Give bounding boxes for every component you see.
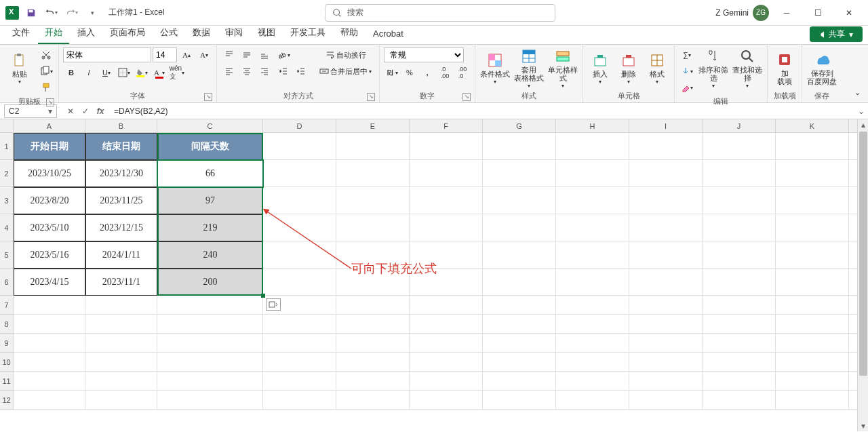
tab-view[interactable]: 视图 — [251, 24, 282, 44]
close-button[interactable]: ✕ — [835, 2, 863, 24]
cell[interactable] — [336, 372, 410, 391]
row-header[interactable]: 10 — [0, 353, 14, 372]
cell[interactable] — [263, 187, 336, 214]
cell[interactable] — [629, 315, 703, 334]
cell[interactable] — [410, 353, 483, 372]
underline-icon[interactable]: U▾ — [98, 65, 115, 80]
insert-cells-button[interactable]: 插入▾ — [587, 47, 613, 90]
cell[interactable] — [14, 296, 85, 315]
insert-function-icon[interactable]: fx — [94, 104, 107, 118]
align-dialog-icon[interactable]: ↘ — [367, 93, 375, 101]
cell[interactable] — [14, 391, 85, 410]
cell[interactable] — [703, 160, 776, 187]
cell[interactable]: 2023/12/15 — [85, 214, 157, 241]
number-format-select[interactable]: 常规 — [384, 47, 464, 62]
cell[interactable] — [336, 133, 410, 160]
cell[interactable] — [703, 391, 776, 410]
column-header[interactable]: F — [410, 119, 483, 133]
cell[interactable] — [629, 160, 703, 187]
qat-customize-icon[interactable]: ▾ — [84, 5, 100, 21]
cell[interactable] — [263, 214, 336, 241]
row-header[interactable]: 2 — [0, 160, 14, 187]
column-header[interactable]: H — [556, 119, 629, 133]
cell[interactable] — [157, 296, 263, 315]
cell[interactable]: 240 — [157, 241, 263, 269]
cell[interactable] — [336, 334, 410, 353]
cell[interactable] — [410, 160, 483, 187]
cell[interactable] — [556, 334, 629, 353]
select-all-corner[interactable] — [0, 119, 14, 133]
cell[interactable] — [483, 353, 556, 372]
number-dialog-icon[interactable]: ↘ — [462, 93, 471, 101]
cell[interactable] — [556, 372, 629, 391]
cell[interactable] — [14, 353, 85, 372]
fill-icon[interactable]: ▾ — [679, 64, 695, 79]
cell[interactable] — [629, 241, 703, 269]
column-header[interactable]: J — [703, 119, 776, 133]
cell[interactable]: 219 — [157, 214, 263, 241]
cell[interactable] — [483, 334, 556, 353]
user-avatar[interactable]: ZG — [753, 5, 769, 21]
cell[interactable]: 2023/5/10 — [14, 214, 85, 241]
cell[interactable] — [410, 187, 483, 214]
row-header[interactable]: 5 — [0, 241, 14, 269]
merge-center-button[interactable]: 合并后居中▾ — [316, 64, 375, 79]
redo-icon[interactable]: ▾ — [64, 5, 80, 21]
cell[interactable] — [776, 372, 849, 391]
cell[interactable] — [263, 334, 336, 353]
increase-font-icon[interactable]: A▴ — [178, 47, 195, 62]
fill-handle[interactable] — [261, 294, 265, 298]
column-header[interactable]: E — [336, 119, 410, 133]
font-name-select[interactable] — [63, 47, 151, 62]
cell[interactable] — [410, 315, 483, 334]
cell-styles-button[interactable]: 单元格样式▾ — [547, 47, 578, 90]
cell[interactable] — [410, 296, 483, 315]
cell[interactable] — [483, 133, 556, 160]
align-right-icon[interactable] — [256, 64, 273, 79]
scrollbar-thumb[interactable] — [859, 132, 867, 376]
search-input[interactable]: 搜索 — [325, 4, 555, 22]
increase-decimal-icon[interactable]: .0.00 — [437, 65, 453, 80]
cell[interactable] — [556, 133, 629, 160]
tab-insert[interactable]: 插入 — [71, 24, 102, 44]
user-name[interactable]: Z Gemini — [715, 8, 749, 18]
column-header[interactable]: I — [629, 119, 703, 133]
cell[interactable]: 2023/8/20 — [14, 187, 85, 214]
addins-button[interactable]: 加 载项 — [772, 47, 797, 90]
wrap-text-button[interactable]: 自动换行 — [316, 47, 375, 62]
cell[interactable] — [157, 372, 263, 391]
scroll-up-icon[interactable]: ▴ — [858, 119, 868, 130]
tab-help[interactable]: 帮助 — [334, 24, 365, 44]
tab-review[interactable]: 审阅 — [218, 24, 250, 44]
cell[interactable] — [263, 391, 336, 410]
autofill-options-icon[interactable] — [266, 298, 281, 311]
cell[interactable] — [556, 391, 629, 410]
italic-icon[interactable]: I — [81, 65, 97, 80]
format-as-table-button[interactable]: 套用 表格格式▾ — [513, 47, 545, 90]
align-top-icon[interactable] — [221, 47, 237, 62]
cell[interactable] — [776, 391, 849, 410]
cell[interactable] — [483, 160, 556, 187]
cell[interactable]: 2023/11/25 — [85, 187, 157, 214]
column-header[interactable]: G — [483, 119, 556, 133]
cell[interactable] — [410, 214, 483, 241]
cell[interactable] — [410, 372, 483, 391]
cell[interactable] — [703, 133, 776, 160]
spreadsheet-grid[interactable]: ABCDEFGHIJKLMNOP1开始日期结束日期间隔天数22023/10/25… — [0, 119, 868, 431]
cell[interactable] — [556, 214, 629, 241]
cell[interactable] — [410, 334, 483, 353]
paste-button[interactable]: 粘贴 ▾ — [4, 47, 35, 90]
align-middle-icon[interactable] — [239, 47, 255, 62]
cell[interactable] — [556, 241, 629, 269]
bold-icon[interactable]: B — [63, 65, 79, 80]
cell[interactable]: 2023/4/15 — [14, 269, 85, 296]
maximize-button[interactable]: ☐ — [804, 2, 831, 24]
cell[interactable] — [85, 372, 157, 391]
cell[interactable] — [703, 296, 776, 315]
undo-icon[interactable]: ▾ — [43, 5, 60, 21]
format-painter-icon[interactable] — [38, 80, 54, 95]
cell[interactable]: 结束日期 — [85, 133, 157, 160]
cell[interactable] — [776, 241, 849, 269]
cancel-formula-icon[interactable]: ✕ — [64, 104, 77, 118]
tab-page-layout[interactable]: 页面布局 — [103, 24, 152, 44]
